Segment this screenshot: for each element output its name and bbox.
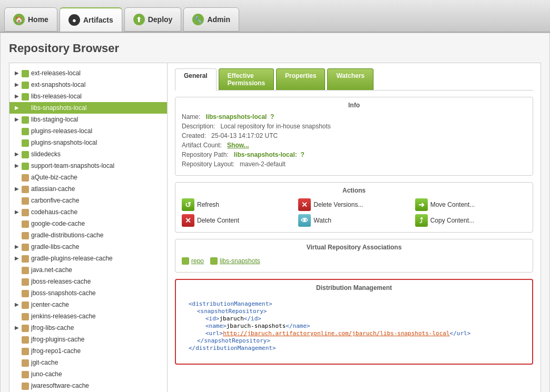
sidebar-item-aQute-biz-cache[interactable]: aQute-biz-cache: [9, 172, 167, 183]
sidebar-item-libs-snapshots-local[interactable]: ▶libs-snapshots-local: [9, 102, 167, 114]
info-repo-path-value[interactable]: libs-snapshots-local:: [234, 151, 297, 158]
sidebar-item-jgit-cache[interactable]: jgit-cache: [9, 357, 167, 368]
action-label: Refresh: [197, 201, 219, 208]
virtual-link-libs-snapshots[interactable]: libs-snapshots: [210, 257, 260, 265]
sidebar-item-label: juno-cache: [31, 369, 62, 379]
repo-icon: [22, 346, 31, 356]
arrow-icon: ▶: [15, 323, 20, 333]
actions-grid: ↺Refresh✕Delete Versions...➜Move Content…: [182, 198, 526, 227]
repo-icon: [22, 149, 31, 159]
repo-icon: [22, 358, 31, 367]
sidebar-item-jfrog-libs-cache[interactable]: ▶jfrog-libs-cache: [9, 322, 167, 334]
info-repo-layout-value: maven-2-default: [240, 160, 286, 168]
nav-tab-admin-label: Admin: [207, 15, 230, 24]
action-btn-refresh[interactable]: ↺Refresh: [182, 198, 293, 211]
sidebar-item-atlassian-cache[interactable]: ▶atlassian-cache: [9, 183, 167, 195]
info-artifact-count-link[interactable]: Show...: [227, 142, 249, 149]
info-repo-path-row: Repository Path: libs-snapshots-local: ?: [182, 151, 526, 158]
nav-tab-home[interactable]: 🏠 Home: [4, 7, 57, 32]
action-btn-copy-content[interactable]: ⤴Copy Content...: [415, 214, 526, 227]
tab-watchers[interactable]: Watchers: [327, 68, 374, 90]
repo-icon: [22, 92, 31, 101]
sidebar-item-codehaus-cache[interactable]: ▶codehaus-cache: [9, 206, 167, 218]
repo-icon: [22, 103, 31, 113]
watch-icon: 👁: [298, 214, 311, 227]
copy-content-icon: ⤴: [415, 214, 428, 227]
sidebar-item-jboss-releases-cache[interactable]: jboss-releases-cache: [9, 276, 167, 287]
sidebar-item-jwaresoftware-cache[interactable]: jwaresoftware-cache: [9, 380, 167, 391]
arrow-icon: ▶: [15, 92, 20, 101]
actions-section: Actions ↺Refresh✕Delete Versions...➜Move…: [175, 182, 533, 233]
virtual-links: repo libs-snapshots: [182, 255, 526, 267]
sidebar-item-libs-staging-local[interactable]: ▶libs-staging-local: [9, 114, 167, 125]
sidebar-item-label: plugins-releases-local: [31, 126, 92, 136]
sidebar-item-gradle-libs-cache[interactable]: ▶gradle-libs-cache: [9, 241, 167, 253]
distribution-code: <distributionManagement><snapshotReposit…: [182, 296, 526, 358]
sidebar-item-label: ext-releases-local: [31, 68, 81, 78]
sidebar-item-jboss-snapshots-cache[interactable]: jboss-snapshots-cache: [9, 287, 167, 299]
tab-general[interactable]: General: [175, 68, 217, 91]
distribution-title: Distribution Management: [312, 284, 396, 292]
info-repo-path-label: Repository Path:: [182, 151, 229, 158]
sidebar-item-gradle-plugins-release-cache[interactable]: ▶gradle-plugins-release-cache: [9, 253, 167, 264]
arrow-icon: ▶: [15, 80, 20, 89]
sidebar-item-jfrog-repo1-cache[interactable]: jfrog-repo1-cache: [9, 345, 167, 357]
sidebar-item-java.net-cache[interactable]: java.net-cache: [9, 264, 167, 276]
info-section-title: Info: [344, 102, 364, 109]
sidebar-item-plugins-snapshots-local[interactable]: plugins-snapshots-local: [9, 137, 167, 148]
sidebar-item-gradle-distributions-cache[interactable]: gradle-distributions-cache: [9, 229, 167, 241]
dist-code-line: <id>jbaruch</id>: [189, 315, 519, 322]
info-repo-path-help-icon[interactable]: ?: [300, 151, 304, 158]
sidebar-item-ext-releases-local[interactable]: ▶ext-releases-local: [9, 67, 167, 79]
info-artifact-count-row: Artifact Count: Show...: [182, 142, 526, 149]
sidebar-item-libs-releases-local[interactable]: ▶libs-releases-local: [9, 91, 167, 102]
sidebar-item-jenkins-releases-cache[interactable]: jenkins-releases-cache: [9, 310, 167, 322]
dist-code-line: <url>http://jbaruch.artifactoryonline.co…: [189, 330, 519, 337]
sidebar-item-slidedecks[interactable]: ▶slidedecks: [9, 148, 167, 160]
sidebar-item-ext-snapshots-local[interactable]: ▶ext-snapshots-local: [9, 79, 167, 91]
repo-icon: [22, 311, 31, 321]
arrow-icon: ▶: [15, 184, 20, 194]
repo-icon: [22, 173, 31, 182]
nav-tab-deploy[interactable]: ⬆ Deploy: [124, 7, 182, 32]
repo-icon: [22, 323, 31, 333]
action-label: Move Content...: [430, 201, 475, 208]
sidebar-item-juno-cache[interactable]: juno-cache: [9, 368, 167, 380]
tab-properties[interactable]: Properties: [276, 68, 325, 90]
sidebar-item-label: jfrog-repo1-cache: [31, 346, 81, 356]
action-btn-move-content[interactable]: ➜Move Content...: [415, 198, 526, 211]
nav-tab-deploy-label: Deploy: [148, 15, 173, 24]
action-label: Watch: [313, 217, 331, 224]
sidebar-item-label: jenkins-releases-cache: [31, 311, 96, 321]
nav-tab-artifacts-label: Artifacts: [83, 16, 113, 24]
sidebar-item-label: aQute-biz-cache: [31, 173, 77, 182]
info-created-label: Created:: [182, 132, 206, 139]
sidebar-item-label: atlassian-cache: [31, 184, 75, 194]
nav-tab-artifacts[interactable]: ● Artifacts: [60, 7, 122, 32]
info-help-icon[interactable]: ?: [270, 113, 274, 120]
sidebar-item-jcenter-cache[interactable]: ▶jcenter-cache: [9, 299, 167, 310]
sidebar-item-google-code-cache[interactable]: google-code-cache: [9, 218, 167, 229]
action-btn-delete-content[interactable]: ✕Delete Content: [182, 214, 293, 227]
repo-icon: [22, 265, 31, 275]
sidebar-item-label: jboss-snapshots-cache: [31, 288, 96, 298]
info-name-value[interactable]: libs-snapshots-local: [205, 113, 267, 120]
sidebar-item-support-team-snapshots-local[interactable]: ▶support-team-snapshots-local: [9, 160, 167, 172]
repo-icon: [22, 68, 31, 78]
sidebar-item-label: gradle-libs-cache: [31, 242, 79, 252]
virtual-link-repo[interactable]: repo: [182, 257, 204, 265]
arrow-icon: ▶: [15, 103, 20, 113]
repo-icon: [22, 300, 31, 309]
sidebar-item-plugins-releases-local[interactable]: plugins-releases-local: [9, 125, 167, 137]
action-btn-watch[interactable]: 👁Watch: [298, 214, 409, 227]
sidebar-item-label: codehaus-cache: [31, 207, 77, 217]
repo-icon: [22, 196, 31, 205]
action-btn-delete-versions[interactable]: ✕Delete Versions...: [298, 198, 409, 211]
sidebar-item-label: jwaresoftware-cache: [31, 381, 89, 390]
tab-effective-permissions[interactable]: EffectivePermissions: [219, 68, 274, 90]
nav-tab-admin[interactable]: 🔧 Admin: [183, 7, 239, 32]
sidebar-item-jfrog-plugins-cache[interactable]: jfrog-plugins-cache: [9, 334, 167, 345]
dist-code-line: <distributionManagement>: [189, 300, 519, 307]
sidebar-item-carbonfive-cache[interactable]: carbonfive-cache: [9, 195, 167, 206]
repo-icon: [22, 277, 31, 286]
